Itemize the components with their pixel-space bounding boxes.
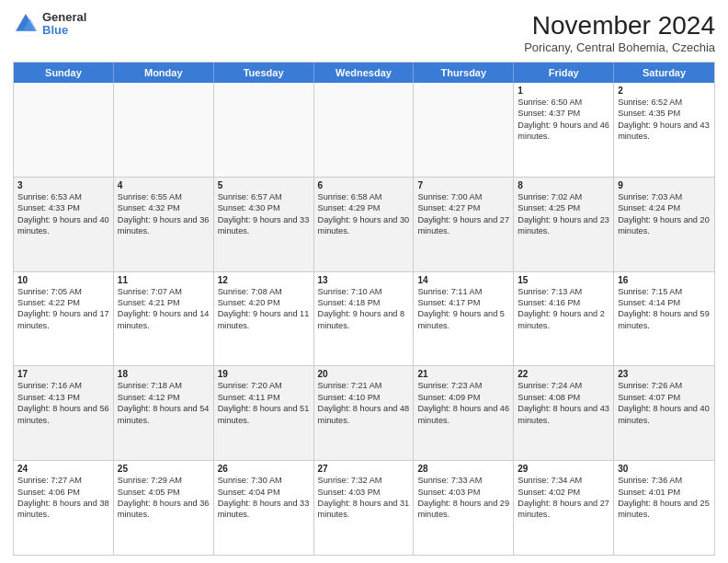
weekday-header: Sunday bbox=[14, 63, 114, 83]
day-cell: 5Sunrise: 6:57 AM Sunset: 4:30 PM Daylig… bbox=[214, 178, 314, 271]
day-number: 14 bbox=[417, 275, 509, 285]
page: General Blue November 2024 Poricany, Cen… bbox=[0, 0, 728, 563]
day-number: 26 bbox=[218, 464, 310, 474]
day-cell: 11Sunrise: 7:07 AM Sunset: 4:21 PM Dayli… bbox=[114, 272, 214, 366]
day-info: Sunrise: 6:58 AM Sunset: 4:29 PM Dayligh… bbox=[318, 191, 410, 237]
day-info: Sunrise: 7:30 AM Sunset: 4:04 PM Dayligh… bbox=[218, 475, 310, 521]
day-number: 29 bbox=[518, 464, 609, 474]
day-cell: 4Sunrise: 6:55 AM Sunset: 4:32 PM Daylig… bbox=[114, 178, 214, 271]
day-cell: 28Sunrise: 7:33 AM Sunset: 4:03 PM Dayli… bbox=[414, 461, 514, 555]
day-number: 30 bbox=[618, 464, 711, 474]
day-cell: 22Sunrise: 7:24 AM Sunset: 4:08 PM Dayli… bbox=[514, 366, 614, 460]
day-info: Sunrise: 6:52 AM Sunset: 4:35 PM Dayligh… bbox=[618, 97, 711, 143]
day-cell: 20Sunrise: 7:21 AM Sunset: 4:10 PM Dayli… bbox=[314, 366, 415, 460]
day-cell: 17Sunrise: 7:16 AM Sunset: 4:13 PM Dayli… bbox=[14, 366, 114, 460]
day-info: Sunrise: 7:26 AM Sunset: 4:07 PM Dayligh… bbox=[618, 380, 711, 426]
weekday-header: Wednesday bbox=[314, 63, 415, 83]
weekday-header: Friday bbox=[514, 63, 614, 83]
day-cell: 14Sunrise: 7:11 AM Sunset: 4:17 PM Dayli… bbox=[414, 272, 514, 366]
day-cell: 1Sunrise: 6:50 AM Sunset: 4:37 PM Daylig… bbox=[514, 83, 614, 177]
day-info: Sunrise: 7:13 AM Sunset: 4:16 PM Dayligh… bbox=[518, 286, 609, 332]
weekday-header: Monday bbox=[114, 63, 214, 83]
day-info: Sunrise: 6:57 AM Sunset: 4:30 PM Dayligh… bbox=[218, 191, 310, 237]
empty-cell bbox=[314, 83, 415, 177]
day-number: 13 bbox=[318, 275, 410, 285]
day-info: Sunrise: 7:16 AM Sunset: 4:13 PM Dayligh… bbox=[17, 380, 109, 426]
day-info: Sunrise: 7:34 AM Sunset: 4:02 PM Dayligh… bbox=[518, 475, 609, 521]
day-number: 18 bbox=[118, 369, 210, 379]
empty-cell bbox=[114, 83, 214, 177]
calendar-row: 3Sunrise: 6:53 AM Sunset: 4:33 PM Daylig… bbox=[14, 178, 714, 272]
day-number: 27 bbox=[318, 464, 410, 474]
day-cell: 24Sunrise: 7:27 AM Sunset: 4:06 PM Dayli… bbox=[14, 461, 114, 555]
day-info: Sunrise: 7:07 AM Sunset: 4:21 PM Dayligh… bbox=[118, 286, 210, 332]
day-cell: 12Sunrise: 7:08 AM Sunset: 4:20 PM Dayli… bbox=[214, 272, 314, 366]
month-title: November 2024 bbox=[524, 11, 715, 40]
day-cell: 7Sunrise: 7:00 AM Sunset: 4:27 PM Daylig… bbox=[414, 178, 514, 271]
day-info: Sunrise: 7:02 AM Sunset: 4:25 PM Dayligh… bbox=[518, 191, 609, 237]
day-info: Sunrise: 6:53 AM Sunset: 4:33 PM Dayligh… bbox=[17, 191, 109, 237]
calendar-row: 24Sunrise: 7:27 AM Sunset: 4:06 PM Dayli… bbox=[14, 461, 714, 555]
day-info: Sunrise: 7:33 AM Sunset: 4:03 PM Dayligh… bbox=[417, 475, 509, 521]
day-number: 2 bbox=[618, 86, 711, 96]
day-info: Sunrise: 7:15 AM Sunset: 4:14 PM Dayligh… bbox=[618, 286, 711, 332]
weekday-header: Tuesday bbox=[214, 63, 314, 83]
top-section: General Blue November 2024 Poricany, Cen… bbox=[13, 11, 715, 54]
day-info: Sunrise: 7:00 AM Sunset: 4:27 PM Dayligh… bbox=[417, 191, 509, 237]
day-info: Sunrise: 7:11 AM Sunset: 4:17 PM Dayligh… bbox=[417, 286, 509, 332]
day-info: Sunrise: 7:36 AM Sunset: 4:01 PM Dayligh… bbox=[618, 475, 711, 521]
day-cell: 10Sunrise: 7:05 AM Sunset: 4:22 PM Dayli… bbox=[14, 272, 114, 366]
day-cell: 13Sunrise: 7:10 AM Sunset: 4:18 PM Dayli… bbox=[314, 272, 415, 366]
day-number: 19 bbox=[218, 369, 310, 379]
weekday-header: Saturday bbox=[614, 63, 714, 83]
day-cell: 3Sunrise: 6:53 AM Sunset: 4:33 PM Daylig… bbox=[14, 178, 114, 271]
day-cell: 27Sunrise: 7:32 AM Sunset: 4:03 PM Dayli… bbox=[314, 461, 415, 555]
day-cell: 19Sunrise: 7:20 AM Sunset: 4:11 PM Dayli… bbox=[214, 366, 314, 460]
day-cell: 6Sunrise: 6:58 AM Sunset: 4:29 PM Daylig… bbox=[314, 178, 415, 271]
day-number: 25 bbox=[118, 464, 210, 474]
day-number: 15 bbox=[518, 275, 609, 285]
empty-cell bbox=[214, 83, 314, 177]
logo-blue: Blue bbox=[42, 24, 86, 37]
day-number: 3 bbox=[17, 180, 109, 190]
day-info: Sunrise: 7:27 AM Sunset: 4:06 PM Dayligh… bbox=[17, 475, 109, 521]
empty-cell bbox=[14, 83, 114, 177]
day-info: Sunrise: 7:20 AM Sunset: 4:11 PM Dayligh… bbox=[218, 380, 310, 426]
day-number: 16 bbox=[618, 275, 711, 285]
day-cell: 26Sunrise: 7:30 AM Sunset: 4:04 PM Dayli… bbox=[214, 461, 314, 555]
day-cell: 29Sunrise: 7:34 AM Sunset: 4:02 PM Dayli… bbox=[514, 461, 614, 555]
day-info: Sunrise: 7:08 AM Sunset: 4:20 PM Dayligh… bbox=[218, 286, 310, 332]
logo-general: General bbox=[42, 11, 86, 24]
location: Poricany, Central Bohemia, Czechia bbox=[524, 40, 715, 54]
calendar-row: 17Sunrise: 7:16 AM Sunset: 4:13 PM Dayli… bbox=[14, 366, 714, 461]
day-cell: 16Sunrise: 7:15 AM Sunset: 4:14 PM Dayli… bbox=[614, 272, 714, 366]
day-info: Sunrise: 7:29 AM Sunset: 4:05 PM Dayligh… bbox=[118, 475, 210, 521]
calendar: SundayMondayTuesdayWednesdayThursdayFrid… bbox=[13, 62, 715, 556]
day-number: 12 bbox=[218, 275, 310, 285]
logo: General Blue bbox=[13, 11, 86, 38]
title-section: November 2024 Poricany, Central Bohemia,… bbox=[524, 11, 715, 54]
day-cell: 8Sunrise: 7:02 AM Sunset: 4:25 PM Daylig… bbox=[514, 178, 614, 271]
logo-icon bbox=[13, 11, 39, 37]
day-cell: 21Sunrise: 7:23 AM Sunset: 4:09 PM Dayli… bbox=[414, 366, 514, 460]
day-cell: 15Sunrise: 7:13 AM Sunset: 4:16 PM Dayli… bbox=[514, 272, 614, 366]
day-info: Sunrise: 6:55 AM Sunset: 4:32 PM Dayligh… bbox=[118, 191, 210, 237]
day-info: Sunrise: 7:03 AM Sunset: 4:24 PM Dayligh… bbox=[618, 191, 711, 237]
day-number: 24 bbox=[17, 464, 109, 474]
day-number: 20 bbox=[318, 369, 410, 379]
day-info: Sunrise: 7:10 AM Sunset: 4:18 PM Dayligh… bbox=[318, 286, 410, 332]
day-number: 17 bbox=[17, 369, 109, 379]
day-info: Sunrise: 6:50 AM Sunset: 4:37 PM Dayligh… bbox=[518, 97, 609, 143]
day-info: Sunrise: 7:21 AM Sunset: 4:10 PM Dayligh… bbox=[318, 380, 410, 426]
day-cell: 18Sunrise: 7:18 AM Sunset: 4:12 PM Dayli… bbox=[114, 366, 214, 460]
day-number: 9 bbox=[618, 180, 711, 190]
calendar-body: 1Sunrise: 6:50 AM Sunset: 4:37 PM Daylig… bbox=[14, 83, 714, 555]
day-number: 21 bbox=[417, 369, 509, 379]
day-number: 28 bbox=[417, 464, 509, 474]
day-info: Sunrise: 7:05 AM Sunset: 4:22 PM Dayligh… bbox=[17, 286, 109, 332]
day-cell: 9Sunrise: 7:03 AM Sunset: 4:24 PM Daylig… bbox=[614, 178, 714, 271]
day-cell: 25Sunrise: 7:29 AM Sunset: 4:05 PM Dayli… bbox=[114, 461, 214, 555]
day-info: Sunrise: 7:24 AM Sunset: 4:08 PM Dayligh… bbox=[518, 380, 609, 426]
logo-text: General Blue bbox=[42, 11, 86, 38]
day-cell: 30Sunrise: 7:36 AM Sunset: 4:01 PM Dayli… bbox=[614, 461, 714, 555]
